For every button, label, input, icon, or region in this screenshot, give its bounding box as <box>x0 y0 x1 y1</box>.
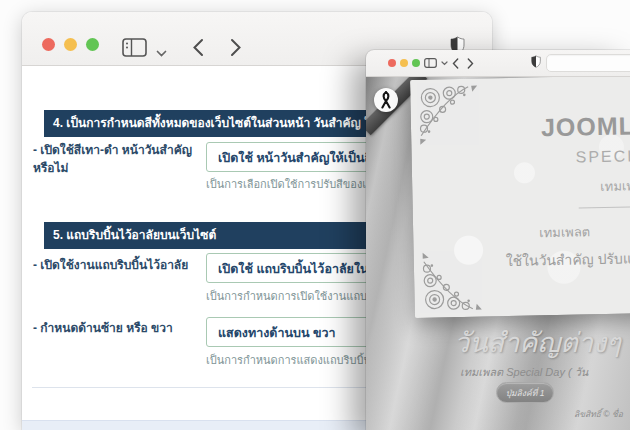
chevron-down-icon[interactable] <box>441 61 448 66</box>
mourning-ribbon-icon <box>379 91 393 109</box>
minimize-window-button[interactable] <box>400 59 408 67</box>
back-icon[interactable] <box>452 58 459 69</box>
ribbon-enable-label: - เปิดใช้งานแถบริบบิ้นไว้อาลัย <box>33 256 201 274</box>
card-subtitle: SPECIAL <box>575 147 630 167</box>
template-info-card: JOOMLA SPECIAL เทมเพล เทมเพลต ใช้ในวันสำ… <box>410 77 630 318</box>
privacy-shield-icon[interactable] <box>531 55 541 68</box>
mourning-ribbon-badge <box>374 88 398 112</box>
hero-subtitle: เทมเพลต Special Day ( วัน <box>460 363 588 381</box>
traffic-lights <box>42 38 99 51</box>
special-day-webpage: JOOMLA SPECIAL เทมเพล เทมเพลต ใช้ในวันสำ… <box>366 77 630 430</box>
ribbon-side-label: - กำหนดด้านซ้าย หรือ ขวา <box>33 319 201 337</box>
hero-title: วันสำคัญต่างๆ <box>454 321 621 364</box>
corner-ornament-icon <box>416 83 479 146</box>
preview-browser-window: JOOMLA SPECIAL เทมเพล เทมเพลต ใช้ในวันสำ… <box>366 50 630 430</box>
browser-toolbar-small <box>366 50 630 77</box>
corner-ornament-icon <box>420 251 483 314</box>
minimize-window-button[interactable] <box>64 38 77 51</box>
forward-icon[interactable] <box>467 58 474 69</box>
zoom-window-button[interactable] <box>86 38 99 51</box>
card-divider <box>579 205 630 208</box>
card-line3: ใช้ในวันสำคัญ ปรับแ <box>506 247 630 272</box>
zoom-window-button[interactable] <box>412 59 420 67</box>
link-button-1[interactable]: ปุ่มลิงค์ที่ 1 <box>496 382 554 403</box>
card-line1: เทมเพล <box>600 175 630 197</box>
traffic-lights <box>388 59 420 67</box>
address-bar[interactable] <box>546 54 630 72</box>
card-title: JOOMLA <box>541 111 630 142</box>
close-window-button[interactable] <box>42 38 55 51</box>
sidebar-icon[interactable] <box>122 38 147 57</box>
copyright-text: ลิขสิทธิ์ © ชื่อ <box>574 407 623 421</box>
forward-icon[interactable] <box>230 38 242 57</box>
card-line2: เทมเพลต <box>539 221 590 243</box>
chevron-down-icon[interactable] <box>156 50 167 58</box>
close-window-button[interactable] <box>388 59 396 67</box>
gray-mode-label: - เปิดใช้สีเทา-ดำ หน้าวันสำคัญ หรือไม่ <box>33 141 201 177</box>
back-icon[interactable] <box>192 38 204 57</box>
sidebar-icon[interactable] <box>424 58 437 68</box>
